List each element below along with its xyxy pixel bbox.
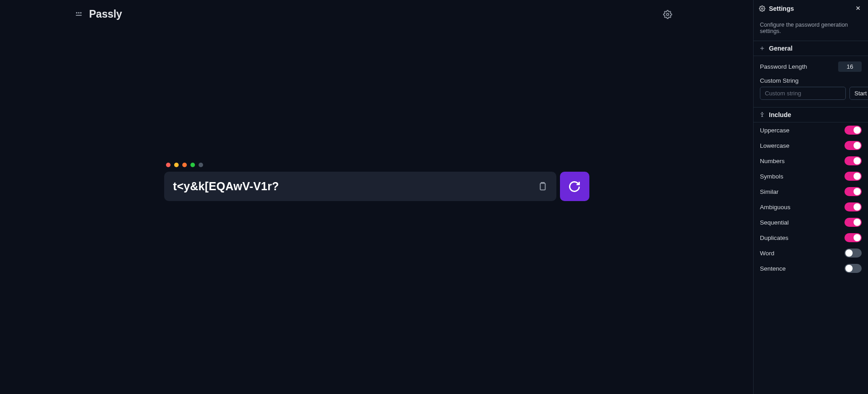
section-include-title: Include (769, 111, 791, 118)
content: t<y&k[EQAwV-V1r? (0, 28, 753, 394)
generator: t<y&k[EQAwV-V1r? (164, 163, 589, 201)
gear-icon (759, 5, 765, 12)
toggle-row-sequential: Sequential (754, 215, 868, 230)
password-value: t<y&k[EQAwV-V1r? (173, 180, 279, 193)
toggle-row-sentence: Sentence (754, 261, 868, 276)
main-area: Passly t<y&k[EQAwV-V1r? (0, 0, 753, 394)
close-icon (855, 5, 861, 11)
section-include-header[interactable]: Include (754, 107, 868, 122)
copy-button[interactable] (537, 182, 547, 192)
toggle-row-ambiguous: Ambiguous (754, 199, 868, 215)
dot-orange (182, 163, 187, 167)
dot-green (190, 163, 195, 167)
toggle-row-lowercase: Lowercase (754, 138, 868, 153)
custom-string-position-select[interactable]: Start (849, 87, 868, 100)
toggle-label: Ambiguous (760, 204, 791, 211)
section-general-header[interactable]: General (754, 41, 868, 56)
close-settings-button[interactable] (854, 4, 863, 13)
window-controls (166, 163, 589, 167)
toggle-label: Word (760, 250, 774, 257)
refresh-icon (568, 180, 581, 193)
toggle-sequential[interactable] (844, 218, 862, 227)
dot-yellow (174, 163, 179, 167)
toggle-word[interactable] (844, 249, 862, 258)
toggle-sentence[interactable] (844, 264, 862, 273)
toggle-label: Sentence (760, 265, 786, 272)
toggle-row-word: Word (754, 245, 868, 261)
toggle-similar[interactable] (844, 187, 862, 196)
password-row: t<y&k[EQAwV-V1r? (164, 172, 589, 201)
settings-title: Settings (769, 5, 794, 12)
header: Passly (0, 0, 753, 28)
svg-point-11 (762, 112, 763, 113)
custom-string-row: Start (760, 87, 862, 100)
settings-title-wrap: Settings (759, 5, 794, 12)
toggle-row-similar: Similar (754, 184, 868, 199)
open-settings-button[interactable] (663, 10, 672, 19)
password-length-input[interactable] (838, 61, 862, 72)
toggle-label: Symbols (760, 173, 783, 180)
toggle-row-uppercase: Uppercase (754, 122, 868, 138)
settings-header: Settings (754, 0, 868, 17)
password-display: t<y&k[EQAwV-V1r? (164, 172, 556, 201)
custom-string-input[interactable] (760, 87, 846, 100)
toggle-row-duplicates: Duplicates (754, 230, 868, 245)
toggle-label: Lowercase (760, 142, 789, 149)
toggle-lowercase[interactable] (844, 141, 862, 150)
select-value: Start (854, 90, 867, 97)
password-length-label: Password Length (760, 63, 807, 70)
toggle-row-numbers: Numbers (754, 153, 868, 169)
logo: Passly (75, 8, 122, 20)
dot-gray (199, 163, 203, 167)
toggle-ambiguous[interactable] (844, 202, 862, 211)
svg-point-1 (78, 12, 79, 13)
svg-rect-5 (540, 183, 545, 190)
svg-point-6 (761, 8, 763, 9)
toggle-uppercase[interactable] (844, 126, 862, 135)
toggle-row-symbols: Symbols (754, 169, 868, 184)
clipboard-icon (537, 182, 547, 192)
toggle-numbers[interactable] (844, 156, 862, 165)
include-options: UppercaseLowercaseNumbersSymbolsSimilarA… (754, 122, 868, 276)
toggle-label: Sequential (760, 219, 789, 226)
custom-string-label: Custom String (760, 77, 799, 84)
toggle-symbols[interactable] (844, 172, 862, 181)
section-general-title: General (769, 45, 792, 52)
app-name: Passly (89, 8, 122, 20)
section-general-body: Password Length Custom String Start (754, 56, 868, 107)
svg-point-4 (667, 13, 669, 15)
toggle-label: Uppercase (760, 127, 789, 134)
svg-point-0 (76, 12, 77, 13)
toggle-label: Numbers (760, 158, 785, 164)
regenerate-button[interactable] (560, 172, 589, 201)
toggle-label: Duplicates (760, 235, 788, 241)
plus-icon (759, 45, 765, 52)
gear-icon (663, 10, 672, 19)
password-icon (75, 9, 85, 19)
dot-red (166, 163, 171, 167)
accessibility-icon (759, 112, 765, 118)
toggle-label: Similar (760, 188, 778, 195)
svg-point-2 (81, 12, 81, 13)
toggle-duplicates[interactable] (844, 233, 862, 242)
settings-panel: Settings Configure the password generati… (753, 0, 868, 394)
password-length-row: Password Length (760, 61, 862, 72)
settings-description: Configure the password generation settin… (754, 17, 868, 41)
